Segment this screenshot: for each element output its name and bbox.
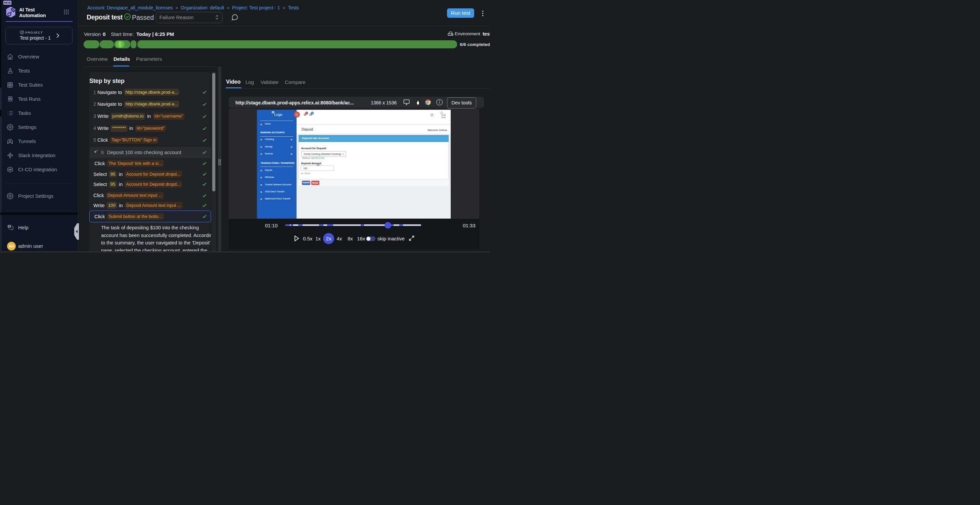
svg-text:?: ? bbox=[9, 225, 10, 228]
